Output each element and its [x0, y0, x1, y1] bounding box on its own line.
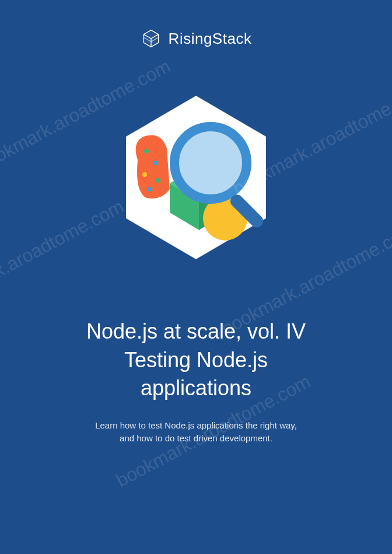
- cover-illustration: [103, 84, 289, 271]
- svg-point-11: [174, 127, 247, 199]
- svg-point-4: [142, 172, 147, 177]
- svg-point-6: [147, 187, 152, 191]
- title-line-2: Testing Node.js: [86, 346, 306, 375]
- cover-title: Node.js at scale, vol. IV Testing Node.j…: [63, 318, 329, 403]
- title-line-1: Node.js at scale, vol. IV: [86, 318, 306, 346]
- svg-point-2: [144, 149, 149, 154]
- subtitle-line-1: Learn how to test Node.js applications t…: [95, 419, 297, 433]
- title-line-3: applications: [86, 374, 306, 403]
- svg-point-5: [156, 178, 160, 183]
- risingstack-logo-icon: [141, 28, 162, 49]
- cover-subtitle: Learn how to test Node.js applications t…: [48, 419, 344, 445]
- brand-header: RisingStack: [141, 28, 252, 49]
- brand-name: RisingStack: [169, 30, 252, 48]
- svg-point-3: [153, 161, 158, 165]
- subtitle-line-2: and how to do test driven development.: [95, 432, 297, 445]
